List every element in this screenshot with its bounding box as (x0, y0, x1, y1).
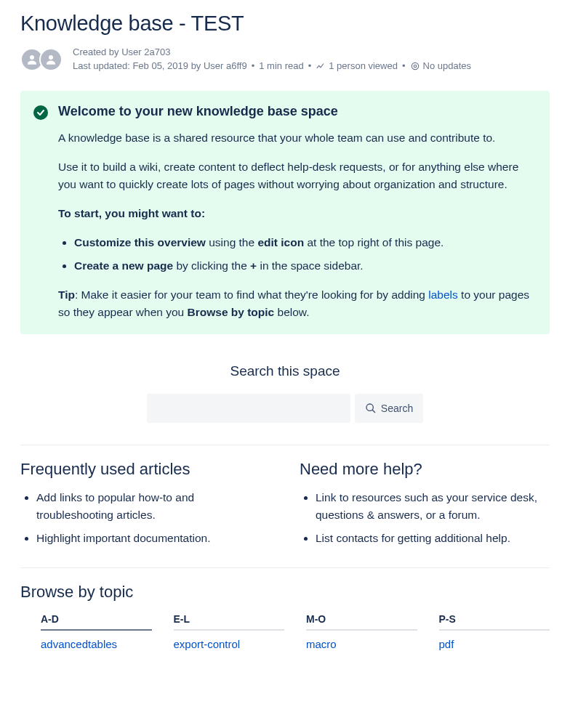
list-item: List contacts for getting additional hel… (316, 530, 550, 547)
labels-link[interactable]: labels (428, 288, 458, 301)
browse-by-topic: Browse by topic A-D advancedtables E-L e… (20, 583, 550, 655)
topic-link[interactable]: advancedtables (41, 638, 117, 650)
list-item: Link to resources such as your service d… (316, 489, 550, 524)
created-by: Created by User 2a703 (73, 46, 471, 60)
analytics-icon (316, 61, 326, 71)
target-icon (410, 61, 420, 71)
panel-paragraph: A knowledge base is a shared resource th… (58, 129, 537, 147)
svg-point-0 (30, 55, 34, 60)
divider (20, 567, 550, 568)
topic-link[interactable]: macro (306, 638, 337, 650)
frequently-used-heading: Frequently used articles (20, 460, 270, 479)
svg-line-5 (372, 410, 375, 413)
search-heading: Search this space (20, 363, 550, 379)
read-time: 1 min read (259, 60, 303, 73)
list-item: Highlight important documentation. (36, 530, 270, 547)
welcome-panel: Welcome to your new knowledge base space… (20, 91, 550, 334)
panel-paragraph: Use it to build a wiki, create content t… (58, 158, 537, 193)
topic-link[interactable]: export-control (174, 638, 241, 650)
list-item: Add links to popular how-to and troubles… (36, 489, 270, 524)
views[interactable]: 1 person viewed (316, 60, 398, 73)
need-help-heading: Need more help? (300, 460, 550, 479)
panel-bullet: Create a new page by clicking the + in t… (74, 257, 537, 275)
panel-subheading: To start, you might want to: (58, 205, 537, 222)
check-circle-icon (33, 105, 48, 120)
topic-range: M-O (306, 613, 417, 631)
svg-point-4 (366, 404, 373, 410)
divider (20, 445, 550, 445)
search-button[interactable]: Search (355, 394, 423, 423)
topic-range: A-D (41, 613, 152, 631)
avatar-stack (20, 48, 64, 71)
svg-point-1 (49, 55, 53, 60)
browse-heading: Browse by topic (20, 583, 550, 602)
panel-title: Welcome to your new knowledge base space (58, 104, 537, 119)
topic-link[interactable]: pdf (439, 638, 454, 650)
topic-range: P-S (439, 613, 550, 631)
topic-range: E-L (174, 613, 285, 631)
search-section: Search this space Search (20, 363, 550, 423)
panel-bullet: Customize this overview using the edit i… (74, 234, 537, 251)
svg-point-2 (412, 63, 418, 70)
byline: Created by User 2a703 Last updated: Feb … (20, 46, 550, 73)
panel-tip: Tip: Make it easier for your team to fin… (58, 286, 537, 321)
last-updated: Last updated: Feb 05, 2019 by User a6ff9 (73, 60, 247, 73)
svg-point-3 (414, 65, 417, 68)
updates-status[interactable]: No updates (410, 60, 472, 73)
page-title: Knowledge base - TEST (20, 12, 550, 36)
info-columns: Frequently used articles Add links to po… (20, 460, 550, 553)
search-input[interactable] (147, 394, 350, 423)
avatar (39, 48, 63, 71)
search-icon (365, 403, 377, 414)
